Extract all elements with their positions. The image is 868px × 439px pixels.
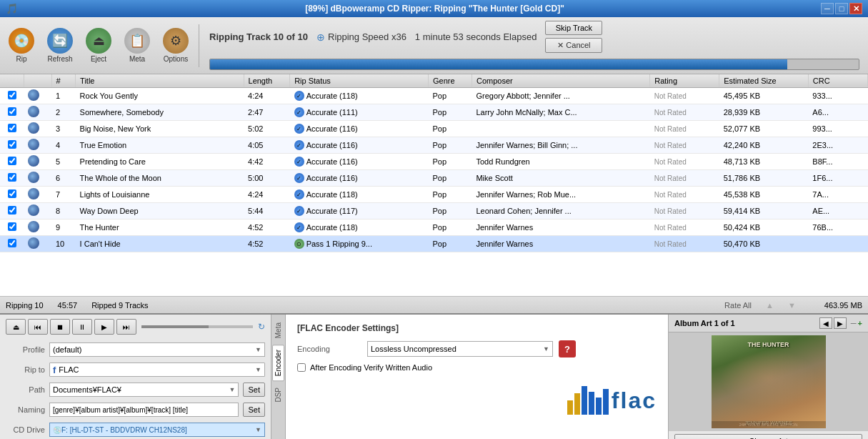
eject-label: Eject	[91, 55, 106, 63]
table-row[interactable]: 1 Rock You Gently 4:24 ✓Accurate (118) P…	[0, 88, 868, 104]
table-row[interactable]: 2 Somewhere, Somebody 2:47 ✓Accurate (11…	[0, 104, 868, 121]
track-check[interactable]	[0, 121, 24, 137]
rip-button[interactable]: 💿 Rip	[3, 20, 40, 71]
table-row[interactable]: 4 True Emotion 4:05 ✓Accurate (116) Pop …	[0, 137, 868, 154]
path-select[interactable]: Documents¥FLAC¥ ▼	[49, 383, 239, 397]
flac-bars	[567, 386, 609, 415]
play-btn[interactable]: ▶	[94, 319, 114, 335]
choose-art-button[interactable]: Choose Art	[674, 434, 862, 439]
art-add-btn[interactable]: +	[858, 319, 862, 327]
table-row[interactable]: 5 Pretending to Care 4:42 ✓Accurate (116…	[0, 154, 868, 170]
track-size: 48,713 KB	[719, 154, 809, 170]
table-row[interactable]: 6 The Whole of the Moon 5:00 ✓Accurate (…	[0, 170, 868, 187]
next-btn[interactable]: ⏭	[116, 319, 136, 335]
track-status: ✓Accurate (116)	[290, 154, 429, 170]
minimize-button[interactable]: ─	[821, 3, 834, 14]
rip-action-buttons: Skip Track ✕ Cancel	[545, 21, 602, 53]
encoding-select[interactable]: Lossless Uncompressed ▼	[367, 341, 553, 357]
refresh-button[interactable]: 🔄 Refresh	[41, 20, 79, 71]
verify-checkbox[interactable]	[297, 363, 306, 372]
track-genre: Pop	[429, 88, 472, 104]
maximize-button[interactable]: □	[835, 3, 848, 14]
track-check[interactable]	[0, 236, 24, 252]
separator	[199, 24, 199, 67]
track-title: Big Noise, New York	[76, 121, 244, 137]
tab-meta[interactable]: Meta	[272, 317, 284, 343]
track-rating: Not Rated	[650, 203, 719, 220]
table-row[interactable]: 3 Big Noise, New York 5:02 ✓Accurate (11…	[0, 121, 868, 137]
track-title: The Whole of the Moon	[76, 170, 244, 187]
album-cover: THE HUNTER JENNIFER WARNES 24K GOLD SPEC…	[712, 335, 826, 428]
table-row[interactable]: 10 I Can't Hide 4:52 ⊙Pass 1 Ripping 9..…	[0, 236, 868, 252]
track-crc	[808, 236, 867, 252]
bar2	[574, 393, 580, 415]
track-disc-icon	[24, 170, 51, 187]
track-composer	[472, 121, 649, 137]
track-status: ✓Accurate (117)	[290, 203, 429, 220]
rip-to-text: FLAC	[59, 365, 79, 374]
tab-dsp[interactable]: DSP	[272, 383, 284, 408]
options-button[interactable]: ⚙ Options	[157, 20, 194, 71]
path-value: Documents¥FLAC¥	[53, 385, 121, 394]
rip-icon: 💿	[9, 28, 34, 54]
status-accurate-icon: ✓	[294, 124, 304, 134]
track-composer: Jennifer Warnes; Bill Ginn; ...	[472, 137, 649, 154]
track-check[interactable]	[0, 137, 24, 154]
naming-browse-button[interactable]: Set	[243, 403, 265, 417]
prev-btn[interactable]: ⏮	[28, 319, 48, 335]
title-bar: 🎵 [89%] dBpoweramp CD Ripper: Ripping "T…	[0, 0, 868, 17]
track-crc: 1F6...	[808, 170, 867, 187]
art-next-btn[interactable]: ▶	[834, 317, 847, 329]
track-rating: Not Rated	[650, 220, 719, 236]
col-size: Estimated Size	[719, 74, 809, 88]
track-check[interactable]	[0, 187, 24, 203]
track-genre: Pop	[429, 154, 472, 170]
cancel-button[interactable]: ✕ Cancel	[545, 38, 602, 53]
track-length: 4:05	[244, 137, 290, 154]
path-browse-button[interactable]: Set	[243, 383, 265, 397]
track-check[interactable]	[0, 88, 24, 104]
track-check[interactable]	[0, 170, 24, 187]
track-status: ✓Accurate (118)	[290, 88, 429, 104]
track-check[interactable]	[0, 203, 24, 220]
skip-track-button[interactable]: Skip Track	[545, 21, 602, 35]
track-crc: 2E3...	[808, 137, 867, 154]
profile-label: Profile	[6, 345, 45, 354]
naming-row: Naming [genre]¥[album artist]¥[album]¥[t…	[6, 402, 265, 418]
table-row[interactable]: 8 Way Down Deep 5:44 ✓Accurate (117) Pop…	[0, 203, 868, 220]
close-button[interactable]: ✕	[849, 3, 862, 14]
track-composer: Gregory Abbott; Jennifer ...	[472, 88, 649, 104]
table-row[interactable]: 7 Lights of Louisianne 4:24 ✓Accurate (1…	[0, 187, 868, 203]
track-genre: Pop	[429, 187, 472, 203]
status-accurate-icon: ✓	[294, 107, 304, 117]
window-controls[interactable]: ─ □ ✕	[821, 3, 862, 14]
track-check[interactable]	[0, 154, 24, 170]
art-minus-btn[interactable]: ─	[851, 319, 857, 327]
volume-slider[interactable]	[141, 325, 253, 328]
encoding-value: Lossless Uncompressed	[371, 345, 457, 353]
meta-button[interactable]: 📋 Meta	[119, 20, 156, 71]
naming-select[interactable]: [genre]¥[album artist]¥[album]¥[track] […	[49, 403, 239, 417]
track-check[interactable]	[0, 104, 24, 121]
track-genre: Pop	[429, 121, 472, 137]
stop-btn[interactable]: ⏹	[50, 319, 70, 335]
track-rating: Not Rated	[650, 104, 719, 121]
col-title: Title	[76, 74, 244, 88]
table-row[interactable]: 9 The Hunter 4:52 ✓Accurate (118) Pop Je…	[0, 220, 868, 236]
path-chevron: ▼	[229, 386, 236, 393]
rip-label: Rip	[16, 55, 26, 63]
eject-button[interactable]: ⏏ Eject	[80, 20, 117, 71]
track-crc: A6...	[808, 104, 867, 121]
track-genre: Pop	[429, 170, 472, 187]
rate-all[interactable]: Rate All	[724, 301, 752, 310]
refresh-indicator[interactable]: ↻	[258, 322, 265, 332]
pause-btn[interactable]: ⏸	[72, 319, 92, 335]
art-prev-btn[interactable]: ◀	[819, 317, 832, 329]
tab-encoder[interactable]: Encoder	[272, 345, 284, 381]
profile-select[interactable]: (default) ▼	[49, 342, 265, 357]
eject-transport-btn[interactable]: ⏏	[6, 319, 26, 335]
track-crc: 933...	[808, 88, 867, 104]
track-check[interactable]	[0, 220, 24, 236]
status-accurate-icon: ✓	[294, 91, 304, 101]
help-button[interactable]: ?	[559, 340, 576, 357]
